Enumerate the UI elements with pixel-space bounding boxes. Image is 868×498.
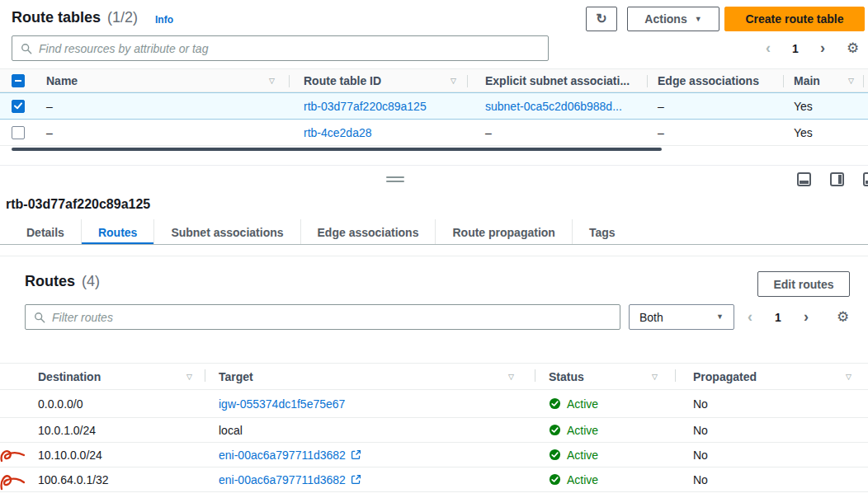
card-top-border	[0, 256, 868, 256]
sort-icon-propagated[interactable]: ▽	[846, 373, 851, 381]
tab-subnet-associations[interactable]: Subnet associations	[154, 219, 300, 245]
routes-header-row: Destination ▽ Target ▽ Status ▽ Propagat…	[0, 363, 868, 390]
page-title-text: Route tables	[12, 9, 101, 26]
target-link[interactable]: eni-00ac6a797711d3682	[219, 473, 346, 486]
routes-filter-input[interactable]	[52, 305, 620, 329]
route-table-id-link[interactable]: rtb-4ce2da28	[304, 126, 372, 139]
select-all-checkbox[interactable]	[12, 74, 25, 87]
cell-destination: 0.0.0.0/0	[38, 397, 83, 411]
row-checkbox[interactable]	[12, 100, 25, 113]
column-divider	[535, 369, 535, 382]
cell-propagated: No	[693, 473, 708, 486]
sort-icon-destination[interactable]: ▽	[186, 373, 192, 381]
column-header-route-table-id[interactable]: Route table ID	[304, 74, 381, 87]
info-link[interactable]: Info	[155, 14, 173, 26]
sort-icon-target[interactable]: ▽	[508, 373, 514, 381]
refresh-button[interactable]: ↻	[586, 7, 617, 31]
route-tables-header-row: Name ▽ Route table ID ▽ Explicit subnet …	[0, 68, 868, 92]
column-divider	[647, 75, 648, 87]
status-text: Active	[567, 424, 598, 437]
prev-page-icon[interactable]: ‹	[766, 40, 771, 57]
status-active-icon	[549, 449, 561, 461]
route-row: 100.64.0.1/32 eni-00ac6a797711d3682 Acti…	[0, 467, 868, 492]
cell-propagated: No	[693, 397, 708, 411]
column-header-main[interactable]: Main	[794, 74, 820, 87]
routes-panel-title: Routes (4)	[25, 273, 100, 290]
settings-gear-icon[interactable]: ⚙	[837, 310, 849, 324]
horizontal-scrollbar[interactable]	[12, 148, 662, 151]
tab-route-propagation[interactable]: Route propagation	[436, 219, 572, 245]
status-badge: Active	[549, 424, 598, 437]
cell-destination: 10.10.0.0/24	[38, 449, 102, 462]
route-tables-page: Route tables (1/2) Info ↻ Actions ▼ Crea…	[0, 0, 868, 498]
edit-routes-button[interactable]: Edit routes	[757, 271, 850, 297]
cell-main: Yes	[794, 126, 813, 139]
cell-subnet: –	[485, 126, 492, 139]
status-badge: Active	[549, 397, 598, 411]
column-header-destination[interactable]: Destination	[38, 370, 101, 383]
annotation-check-mark	[0, 446, 25, 467]
status-text: Active	[567, 449, 598, 462]
sort-icon-name[interactable]: ▽	[269, 77, 275, 85]
status-text: Active	[567, 473, 598, 486]
cell-name: –	[46, 100, 53, 113]
annotation-check-mark	[0, 469, 25, 496]
table-row: – rtb-03d77af220c89a125 subnet-0ca5c2d06…	[0, 92, 868, 120]
column-header-explicit-subnet[interactable]: Explicit subnet associati...	[485, 74, 630, 87]
external-link-icon[interactable]	[351, 449, 361, 460]
caret-down-icon: ▼	[716, 313, 724, 321]
column-header-name[interactable]: Name	[46, 74, 78, 87]
row-checkbox[interactable]	[12, 126, 25, 139]
panel-layout-icon[interactable]	[863, 172, 868, 186]
sort-icon-status[interactable]: ▽	[652, 373, 658, 381]
sort-icon-route-table-id[interactable]: ▽	[451, 77, 456, 85]
create-route-table-button[interactable]: Create route table	[724, 7, 865, 31]
detail-panel-title: rtb-03d77af220c89a125	[6, 197, 150, 212]
check-icon	[14, 102, 22, 110]
cell-main: Yes	[794, 100, 813, 113]
routes-filter	[25, 304, 620, 330]
routes-count: (4)	[82, 273, 100, 290]
route-row: 10.10.0.0/24 eni-00ac6a797711d3682 Activ…	[0, 443, 868, 467]
routes-title-text: Routes	[25, 273, 75, 290]
page-title: Route tables (1/2)	[12, 9, 138, 26]
column-divider	[863, 75, 864, 87]
current-page[interactable]: 1	[775, 311, 781, 324]
panel-position-bottom-icon[interactable]	[797, 172, 811, 186]
split-panel-drag-handle[interactable]	[386, 174, 404, 185]
caret-down-icon: ▼	[695, 16, 702, 23]
cell-edge-associations: –	[658, 100, 664, 113]
sort-icon-main[interactable]: ▽	[848, 77, 854, 85]
target-link[interactable]: eni-00ac6a797711d3682	[219, 449, 346, 462]
actions-button-label: Actions	[644, 12, 686, 26]
next-page-icon[interactable]: ›	[820, 40, 825, 57]
resource-search-input[interactable]	[39, 36, 548, 60]
column-header-propagated[interactable]: Propagated	[693, 370, 757, 383]
actions-button[interactable]: Actions ▼	[627, 7, 719, 31]
subnet-association-link[interactable]: subnet-0ca5c2d06b988d...	[485, 100, 622, 113]
column-header-status[interactable]: Status	[549, 370, 584, 383]
cell-propagated: No	[693, 424, 708, 437]
cell-name: –	[46, 126, 53, 139]
settings-gear-icon[interactable]: ⚙	[847, 41, 859, 55]
page-title-count: (1/2)	[107, 9, 138, 26]
target-link[interactable]: igw-055374dc1f5e75e67	[219, 397, 345, 411]
status-badge: Active	[549, 449, 598, 462]
current-page[interactable]: 1	[792, 42, 799, 55]
next-page-icon[interactable]: ›	[804, 308, 809, 326]
status-badge: Active	[549, 473, 598, 486]
column-header-target[interactable]: Target	[219, 370, 253, 383]
column-divider	[289, 75, 290, 87]
route-row: 0.0.0.0/0 igw-055374dc1f5e75e67 Active N…	[0, 390, 868, 418]
tab-details[interactable]: Details	[10, 219, 82, 245]
column-header-edge-associations[interactable]: Edge associations	[658, 74, 759, 87]
indeterminate-mark-icon	[15, 80, 21, 82]
tab-tags[interactable]: Tags	[573, 219, 632, 245]
route-table-id-link[interactable]: rtb-03d77af220c89a125	[304, 100, 427, 113]
external-link-icon[interactable]	[351, 474, 361, 485]
tab-routes[interactable]: Routes	[82, 219, 154, 245]
route-scope-select[interactable]: Both ▼	[629, 304, 734, 330]
tab-edge-associations[interactable]: Edge associations	[301, 219, 436, 245]
prev-page-icon[interactable]: ‹	[748, 308, 752, 326]
panel-position-side-icon[interactable]	[830, 172, 844, 186]
